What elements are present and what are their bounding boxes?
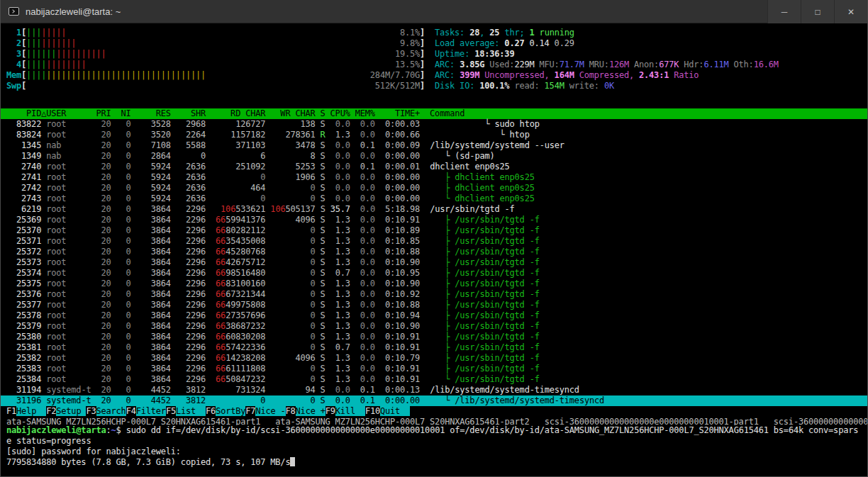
terminal-screen: 1[|||||||| 8.1%] 2[|||||||||| 9.8%] 3[||… — [1, 23, 867, 476]
fkey-f7[interactable]: F7Nice - — [245, 406, 285, 416]
htop-function-bar: F1Help F2Setup F3SearchF4FilterF5List F6… — [6, 406, 867, 417]
htop-column-header[interactable]: PID△USER PRI NI RES SHR RD CHAR WR CHAR … — [1, 108, 867, 119]
info-uptime: Uptime: 18:36:39 — [435, 49, 779, 60]
process-row-83822[interactable]: 83822 root 20 0 3528 2968 126727 138 S 0… — [6, 119, 867, 130]
close-button[interactable]: ✕ — [834, 0, 867, 23]
process-row-25370[interactable]: 25370 root 20 0 3864 2296 6680282112 0 S… — [6, 225, 867, 236]
terminal-cursor — [290, 457, 295, 466]
htop-info-column: Tasks: 28, 25 thr; 1 runningLoad average… — [435, 28, 779, 91]
process-row-25384[interactable]: 25384 root 20 0 3864 2296 6650847232 0 S… — [6, 374, 867, 385]
htop-meter-gap — [6, 91, 867, 108]
process-row-2740[interactable]: 2740 root 20 0 5924 2636 251092 5253 S 0… — [6, 162, 867, 172]
process-row-2741[interactable]: 2741 root 20 0 5924 2636 0 1906 S 0.0 0.… — [6, 172, 867, 183]
process-row-2742[interactable]: 2742 root 20 0 5924 2636 464 0 S 0.0 0.0… — [6, 183, 867, 193]
process-row-25380[interactable]: 25380 root 20 0 3864 2296 6660830208 0 S… — [6, 332, 867, 342]
process-row-31196[interactable]: 31196 systemd-t 20 0 4452 3812 0 0 S 0.0… — [1, 395, 867, 406]
process-row-2743[interactable]: 2743 root 20 0 5924 2636 0 0 S 0.0 0.0 0… — [6, 193, 867, 204]
terminal-app-icon — [9, 7, 19, 16]
fkey-f3[interactable]: F3Search — [86, 406, 126, 416]
process-row-25371[interactable]: 25371 root 20 0 3864 2296 6635435008 0 S… — [6, 236, 867, 247]
fkey-f5[interactable]: F5List — [166, 406, 206, 416]
process-row-25377[interactable]: 25377 root 20 0 3864 2296 6649975808 0 S… — [6, 300, 867, 310]
process-row-25378[interactable]: 25378 root 20 0 3864 2296 6627357696 0 S… — [6, 310, 867, 321]
shell-prompt-line: nabijaczleweli@tarta:~$ sudo dd if=/dev/… — [6, 425, 867, 436]
window-title: nabijaczleweli@tarta: ~ — [26, 6, 121, 17]
process-row-25382[interactable]: 25382 root 20 0 3864 2296 6614238208 409… — [6, 353, 867, 364]
fkey-f10[interactable]: F10Quit — [365, 406, 410, 416]
sudo-password-prompt: [sudo] password for nabijaczleweli: — [6, 447, 867, 457]
process-row-31194[interactable]: 31194 systemd-t 20 0 4452 3812 731324 94… — [6, 385, 867, 395]
fkey-f1[interactable]: F1Help — [6, 406, 46, 416]
fkey-f4[interactable]: F4Filter — [126, 406, 166, 416]
prompt-user-host: nabijaczleweli@tarta — [6, 425, 106, 435]
shell-command-text: sudo dd if=/dev/disk/by-id/scsi-36000000… — [126, 425, 859, 435]
info-arc-usage: ARC: 3.85G Used:229M MFU:71.7M MRU:126M … — [435, 60, 779, 70]
process-row-25379[interactable]: 25379 root 20 0 3864 2296 6638687232 0 S… — [6, 321, 867, 332]
process-row-1349[interactable]: 1349 nab 20 0 2864 0 6 8 S 0.0 0.0 0:00.… — [6, 151, 867, 162]
prompt-path: ~ — [111, 425, 116, 435]
terminal-window: nabijaczleweli@tarta: ~ ─□✕ 1[|||||||| 8… — [0, 0, 868, 477]
shell-command-wrap-line: e status=progress — [6, 436, 867, 447]
process-row-25372[interactable]: 25372 root 20 0 3864 2296 6645280768 0 S… — [6, 247, 867, 257]
process-row-83824[interactable]: 83824 root 20 0 3520 2264 1157182 278361… — [6, 130, 867, 140]
htop-process-list: 83822 root 20 0 3528 2968 126727 138 S 0… — [6, 119, 867, 406]
process-row-1345[interactable]: 1345 nab 20 0 7108 5588 371103 3478 S 0.… — [6, 140, 867, 151]
scrollback-clipped-line: ata-SAMSUNG_MZ7LN256HCHP-000L7_S20HNXAG6… — [6, 417, 867, 425]
process-row-6219[interactable]: 6219 root 20 0 3864 2296 106533621 10650… — [6, 204, 867, 215]
process-row-25374[interactable]: 25374 root 20 0 3864 2296 6698516480 0 S… — [6, 268, 867, 279]
info-tasks: Tasks: 28, 25 thr; 1 running — [435, 28, 779, 38]
info-load-average: Load average: 0.27 0.14 0.29 — [435, 38, 779, 49]
info-arc-compression: ARC: 399M Uncompressed, 164M Compressed,… — [435, 70, 779, 81]
shell-output: ata-SAMSUNG_MZ7LN256HCHP-000L7_S20HNXAG6… — [6, 417, 867, 468]
fkey-f8[interactable]: F8Nice + — [286, 406, 326, 416]
fkey-f2[interactable]: F2Setup — [46, 406, 86, 416]
dd-progress-line: 7795834880 bytes (7.8 GB, 7.3 GiB) copie… — [6, 457, 867, 468]
dd-progress-text: 7795834880 bytes (7.8 GB, 7.3 GiB) copie… — [6, 457, 290, 467]
prompt-colon: : — [106, 425, 111, 435]
process-row-25373[interactable]: 25373 root 20 0 3864 2296 6642675712 0 S… — [6, 257, 867, 268]
window-titlebar[interactable]: nabijaczleweli@tarta: ~ ─□✕ — [1, 0, 867, 23]
fkey-f9[interactable]: F9Kill — [326, 406, 365, 416]
process-row-25369[interactable]: 25369 root 20 0 3864 2296 6659941376 409… — [6, 215, 867, 225]
process-row-25381[interactable]: 25381 root 20 0 3864 2296 6657422336 0 S… — [6, 342, 867, 353]
window-controls: ─□✕ — [767, 0, 867, 23]
prompt-dollar: $ — [116, 425, 126, 435]
info-disk-io: Disk IO: 100.1% read: 154M write: 0K — [435, 81, 779, 91]
process-row-25383[interactable]: 25383 root 20 0 3864 2296 6661111808 0 S… — [6, 364, 867, 374]
minimize-button[interactable]: ─ — [767, 0, 801, 23]
process-row-25375[interactable]: 25375 root 20 0 3864 2296 6683100160 0 S… — [6, 279, 867, 289]
fkey-f6[interactable]: F6SortBy — [206, 406, 245, 416]
process-row-25376[interactable]: 25376 root 20 0 3864 2296 6667321344 0 S… — [6, 289, 867, 300]
maximize-button[interactable]: □ — [801, 0, 834, 23]
